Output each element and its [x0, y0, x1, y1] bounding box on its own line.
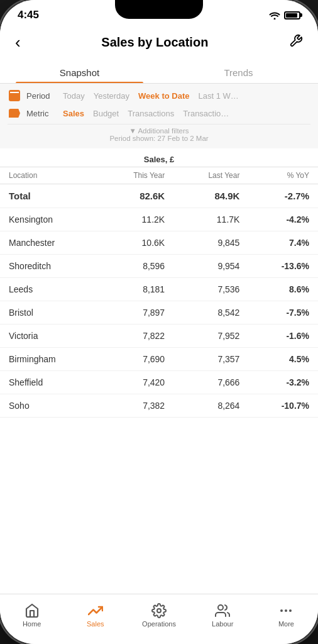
cell-last-year: 7,952: [173, 325, 248, 348]
cell-yoy: 4.5%: [248, 348, 318, 371]
cell-location: Kensington: [0, 208, 99, 231]
tabs-bar: Snapshot Trends: [0, 61, 318, 84]
back-button[interactable]: ‹: [13, 30, 23, 55]
status-icons: [269, 11, 300, 19]
tab-snapshot[interactable]: Snapshot: [0, 61, 159, 83]
table-row: Total82.6K84.9K-2.7%: [0, 184, 318, 208]
period-shown-label: Period shown: 27 Feb to 2 Mar: [8, 135, 310, 142]
cell-yoy: 8.6%: [248, 278, 318, 301]
cell-last-year: 7,357: [173, 348, 248, 371]
cell-location: Birmingham: [0, 348, 99, 371]
svg-point-0: [157, 609, 161, 613]
cell-location: Total: [0, 184, 99, 208]
cell-this-year: 7,822: [99, 325, 173, 348]
metric-sales[interactable]: Sales: [63, 109, 84, 118]
metric-options: Sales Budget Transactions Transactio…: [63, 109, 310, 118]
filters-section: Period Today Yesterday Week to Date Last…: [0, 84, 318, 148]
period-filter-row: Period Today Yesterday Week to Date Last…: [8, 89, 310, 103]
cell-yoy: -10.7%: [248, 394, 318, 418]
cell-this-year: 8,596: [99, 255, 173, 278]
cell-this-year: 7,420: [99, 371, 173, 394]
cell-location: Shoreditch: [0, 255, 99, 278]
table-row: Kensington11.2K11.7K-4.2%: [0, 208, 318, 231]
nav-labour-label: Labour: [212, 620, 233, 628]
cell-last-year: 7,666: [173, 371, 248, 394]
table-row: Birmingham7,6907,3574.5%: [0, 348, 318, 371]
table-row: Sheffield7,4207,666-3.2%: [0, 371, 318, 394]
metric-transactio2[interactable]: Transactio…: [183, 109, 229, 118]
table-row: Soho7,3828,264-10.7%: [0, 394, 318, 418]
table-row: Bristol7,8978,542-7.5%: [0, 301, 318, 325]
tab-trends[interactable]: Trends: [159, 61, 318, 83]
nav-more-label: More: [278, 620, 294, 628]
page-title: Sales by Location: [101, 35, 208, 50]
cell-last-year: 9,845: [173, 231, 248, 255]
nav-operations-label: Operations: [142, 620, 176, 628]
svg-point-3: [285, 609, 287, 612]
cell-this-year: 8,181: [99, 278, 173, 301]
table-row: Leeds8,1817,5368.6%: [0, 278, 318, 301]
nav-home-label: Home: [23, 620, 41, 628]
settings-button[interactable]: [287, 31, 305, 54]
cell-last-year: 9,954: [173, 255, 248, 278]
metric-filter-row: Metric Sales Budget Transactions Transac…: [8, 106, 310, 120]
period-label: Period: [26, 91, 58, 101]
period-yesterday[interactable]: Yesterday: [94, 91, 129, 101]
col-this-year: This Year: [99, 167, 173, 184]
period-options: Today Yesterday Week to Date Last 1 W…: [63, 91, 310, 101]
svg-point-1: [218, 605, 223, 610]
cell-this-year: 7,897: [99, 301, 173, 325]
bottom-nav: Home Sales Operations: [0, 594, 318, 644]
cell-this-year: 11.2K: [99, 208, 173, 231]
cell-last-year: 11.7K: [173, 208, 248, 231]
cell-yoy: -1.6%: [248, 325, 318, 348]
table-row: Manchester10.6K9,8457.4%: [0, 231, 318, 255]
table-header-row: Location This Year Last Year % YoY: [0, 167, 318, 184]
cell-yoy: -3.2%: [248, 371, 318, 394]
nav-labour[interactable]: Labour: [191, 599, 255, 631]
wifi-icon: [269, 11, 280, 19]
cell-yoy: -13.6%: [248, 255, 318, 278]
trending-up-icon: [88, 603, 103, 618]
nav-operations[interactable]: Operations: [127, 599, 190, 631]
svg-point-4: [289, 609, 292, 612]
cell-location: Soho: [0, 394, 99, 418]
cell-yoy: -4.2%: [248, 208, 318, 231]
col-yoy: % YoY: [248, 167, 318, 184]
filter-info: ▼ Additional filters Period shown: 27 Fe…: [8, 124, 310, 146]
period-last1w[interactable]: Last 1 W…: [198, 91, 238, 101]
home-icon: [25, 603, 40, 618]
cell-last-year: 84.9K: [173, 184, 248, 208]
nav-home[interactable]: Home: [0, 599, 63, 631]
sales-table: Location This Year Last Year % YoY Total…: [0, 167, 318, 418]
status-time: 4:45: [18, 9, 39, 21]
cell-yoy: -2.7%: [248, 184, 318, 208]
cell-yoy: -7.5%: [248, 301, 318, 325]
period-today[interactable]: Today: [63, 91, 85, 101]
nav-sales[interactable]: Sales: [63, 599, 127, 631]
cell-location: Bristol: [0, 301, 99, 325]
battery-icon: [284, 11, 300, 19]
gear-icon: [151, 603, 167, 618]
additional-filters-label[interactable]: ▼ Additional filters: [8, 127, 310, 135]
metric-transactions[interactable]: Transactions: [128, 109, 174, 118]
col-last-year: Last Year: [173, 167, 248, 184]
nav-sales-label: Sales: [87, 620, 104, 628]
cell-this-year: 7,690: [99, 348, 173, 371]
metric-label: Metric: [26, 109, 58, 118]
cell-last-year: 8,542: [173, 301, 248, 325]
nav-more[interactable]: More: [255, 599, 318, 631]
period-icon: [8, 89, 21, 103]
metric-budget[interactable]: Budget: [93, 109, 119, 118]
svg-point-2: [280, 609, 283, 612]
period-week-to-date[interactable]: Week to Date: [138, 91, 189, 101]
metric-icon: [8, 106, 21, 120]
cell-location: Sheffield: [0, 371, 99, 394]
col-location: Location: [0, 167, 99, 184]
cell-location: Victoria: [0, 325, 99, 348]
cell-this-year: 82.6K: [99, 184, 173, 208]
dots-icon: [278, 603, 293, 618]
table-row: Shoreditch8,5969,954-13.6%: [0, 255, 318, 278]
cell-this-year: 10.6K: [99, 231, 173, 255]
cell-yoy: 7.4%: [248, 231, 318, 255]
